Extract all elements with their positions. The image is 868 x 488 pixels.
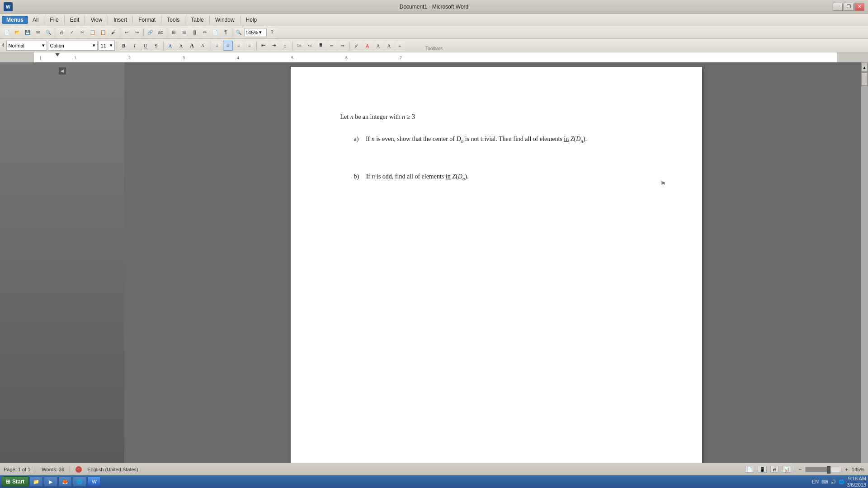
hyperlink-button[interactable]: 🔗 (145, 28, 155, 38)
columns-button[interactable]: ||| (189, 28, 199, 38)
grow-font-button[interactable]: A (187, 41, 197, 51)
media-button[interactable]: ▶ (44, 477, 57, 487)
intro-text-2: be an integer with (354, 113, 402, 120)
restore-button[interactable]: ❐ (844, 3, 854, 11)
strikethrough-button[interactable]: S (151, 41, 161, 51)
scroll-thumb[interactable] (861, 72, 868, 86)
minimize-button[interactable]: — (833, 3, 843, 11)
start-icon: ⊞ (6, 479, 10, 485)
title-bar-controls[interactable]: — ❐ ✕ (833, 3, 864, 11)
shrink-font-button[interactable]: A (198, 41, 208, 51)
paste-button[interactable]: 📋 (98, 28, 108, 38)
start-button[interactable]: ⊞ Start (2, 476, 28, 487)
multilevel-list-button[interactable]: ≣ (316, 41, 326, 51)
more-button[interactable]: » (395, 41, 405, 51)
explorer-button[interactable]: 📁 (29, 477, 43, 487)
copy-button[interactable]: 📋 (88, 28, 98, 38)
undo-button[interactable]: ↩ (122, 28, 132, 38)
font-color-button[interactable]: A (165, 41, 175, 51)
highlight-button[interactable]: 🖊 (352, 41, 362, 51)
doc-item-b: b) If n is odd, find all of elements in … (354, 172, 652, 182)
bold-button[interactable]: B (119, 41, 129, 51)
font-dropdown[interactable]: Calibri ▾ (48, 41, 98, 51)
char-shade2-button[interactable]: A (384, 41, 394, 51)
save-button[interactable]: 💾 (23, 28, 33, 38)
panel-icon[interactable]: ◀ (58, 67, 66, 75)
menu-file[interactable]: File (46, 16, 62, 24)
zoom-minus[interactable]: − (799, 467, 802, 472)
browser-button[interactable]: 🌐 (73, 477, 86, 487)
toolbar1-sep4 (167, 28, 167, 37)
menu-all[interactable]: All (29, 16, 42, 24)
align-left-button[interactable]: ≡ (212, 41, 222, 51)
toolbars-label: Toolbars (425, 46, 443, 51)
align-right-button[interactable]: ≡ (234, 41, 244, 51)
bullet-list-button[interactable]: •≡ (305, 41, 315, 51)
document-map-button[interactable]: 📄 (210, 28, 220, 38)
zoom-slider[interactable] (805, 467, 841, 472)
firefox-button[interactable]: 🦊 (58, 477, 72, 487)
menu-help[interactable]: Help (242, 16, 261, 24)
underline-button[interactable]: U (141, 41, 151, 51)
menu-view[interactable]: View (87, 16, 106, 24)
drawing-button[interactable]: ✏ (200, 28, 210, 38)
fmt-sep1 (117, 42, 117, 50)
ruler-side-right (862, 52, 868, 62)
zoom-out-button[interactable]: 🔍 (234, 28, 244, 38)
ruler-main: | 1 2 3 4 5 6 7 (6, 52, 862, 62)
help-button[interactable]: ? (267, 28, 277, 38)
zoom-thumb[interactable] (827, 466, 830, 474)
cut-button[interactable]: ✂ (77, 28, 87, 38)
menu-window[interactable]: Window (212, 16, 238, 24)
indent-button[interactable]: ⇥ (269, 41, 279, 51)
redo-button[interactable]: ↪ (132, 28, 142, 38)
menus-button[interactable]: Menus (2, 16, 28, 24)
justify-button[interactable]: ≡ (245, 41, 255, 51)
ruler-ticks: | 1 2 3 4 5 6 7 (6, 52, 862, 62)
font-shade-button[interactable]: A (176, 41, 186, 51)
increase-indent-button[interactable]: ⇒ (338, 41, 348, 51)
email-button[interactable]: ✉ (33, 28, 43, 38)
close-button[interactable]: ✕ (854, 3, 864, 11)
left-panel: ◀ (0, 62, 124, 475)
status-right: 📄 📱 🖨 📊 − + 145% (745, 466, 864, 473)
show-hide-button[interactable]: ¶ (221, 28, 231, 38)
menu-format[interactable]: Format (135, 16, 159, 24)
numbered-list-button[interactable]: 1≡ (294, 41, 304, 51)
item-b-D: D (458, 173, 462, 180)
status-sep3 (795, 466, 795, 473)
menu-insert[interactable]: Insert (110, 16, 131, 24)
open-button[interactable]: 📂 (12, 28, 22, 38)
view-outline-button[interactable]: 📊 (782, 466, 791, 473)
outdent-button[interactable]: ⇤ (259, 41, 269, 51)
text-color-button[interactable]: A (363, 41, 373, 51)
scrollbar-right[interactable]: ▲ ▼ (861, 62, 868, 475)
menu-table[interactable]: Table (187, 16, 208, 24)
volume-icon: 🔊 (830, 479, 836, 484)
align-center-button[interactable]: ≡ (223, 41, 233, 51)
style-dropdown[interactable]: Normal ▾ (6, 41, 47, 51)
scroll-up-button[interactable]: ▲ (861, 63, 868, 72)
new-button[interactable]: 📄 (2, 28, 12, 38)
view-web-button[interactable]: 📱 (758, 466, 767, 473)
zoom-dropdown[interactable]: 145% ▾ (244, 28, 267, 37)
line-spacing-button[interactable]: ↕ (280, 41, 290, 51)
excel-button[interactable]: ⊟ (179, 28, 189, 38)
zoom-plus[interactable]: + (845, 467, 848, 472)
menu-tools[interactable]: Tools (163, 16, 183, 24)
decrease-indent-button[interactable]: ⇐ (327, 41, 337, 51)
spellcheck-button[interactable]: ✓ (67, 28, 77, 38)
menu-edit[interactable]: Edit (66, 16, 83, 24)
print-preview-button[interactable]: 🔍 (43, 28, 53, 38)
italic-button[interactable]: I (130, 41, 140, 51)
char-border-button[interactable]: A (373, 41, 383, 51)
format-painter-button[interactable]: 🖌 (108, 28, 118, 38)
print-button[interactable]: 🖨 (57, 28, 66, 38)
word-taskbar-button[interactable]: W (87, 477, 101, 487)
size-dropdown[interactable]: 11 ▾ (99, 41, 115, 51)
autocorrect-button[interactable]: ac (156, 28, 165, 38)
view-print-button[interactable]: 🖨 (770, 466, 778, 473)
view-normal-button[interactable]: 📄 (745, 466, 754, 473)
table-button[interactable]: ⊞ (169, 28, 179, 38)
lang-indicator: EN (812, 479, 819, 484)
